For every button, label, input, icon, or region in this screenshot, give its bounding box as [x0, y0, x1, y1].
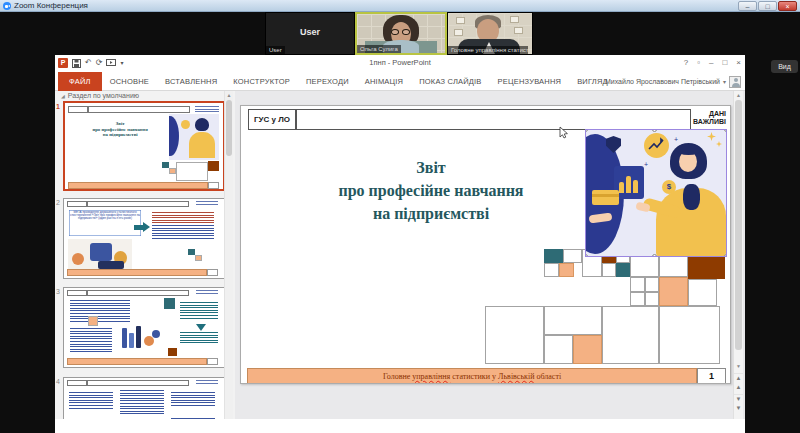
video-tile-olga[interactable]: Ольга Сулига: [355, 12, 447, 55]
thumbnail-number: 3: [56, 288, 62, 295]
bar: [633, 180, 638, 193]
previous-slide-button[interactable]: ▲▲: [734, 373, 743, 392]
mosaic-cell: [630, 277, 645, 292]
header-right-line: ВАЖЛИВІ: [686, 118, 726, 126]
account-avatar: [729, 76, 741, 88]
certificate-frame: [456, 17, 465, 24]
minimize-button[interactable]: –: [738, 1, 757, 11]
footer-text: області: [534, 372, 561, 381]
mini-header: [67, 290, 87, 296]
sparkle-icon: [716, 141, 722, 147]
slide-header-right-text[interactable]: ДАНІ ВАЖЛИВІ: [686, 110, 726, 126]
slide-title[interactable]: Звіт про професійне навчання на підприєм…: [266, 156, 596, 225]
scrollbar-thumb[interactable]: [735, 100, 742, 350]
thumbnail-number: 4: [56, 378, 62, 385]
thumbnail-slide-2[interactable]: МЕТА проведення державного статистичного…: [63, 198, 225, 279]
thumbnail-slide-1[interactable]: Звіт про професійне навчання на підприєм…: [63, 101, 225, 191]
ppt-minimize-button[interactable]: –: [709, 57, 713, 69]
tab-review[interactable]: РЕЦЕНЗУВАННЯ: [490, 72, 570, 91]
slide-illustration[interactable]: $ + +: [586, 130, 726, 256]
ribbon-tabs: ФАЙЛ ОСНОВНЕ ВСТАВЛЕННЯ КОНСТРУКТОР ПЕРЕ…: [58, 72, 616, 91]
thumbnail-scrollbar[interactable]: ▲: [224, 91, 233, 419]
slide-footer[interactable]: Головне управління статистики у Львівськ…: [247, 368, 697, 384]
selection-handle[interactable]: [652, 130, 657, 132]
selection-handle[interactable]: [724, 130, 726, 132]
help-icon[interactable]: ?: [684, 57, 688, 69]
footer-text-misspelled: Львівській: [498, 372, 534, 381]
ppt-restore-button[interactable]: □: [722, 57, 727, 69]
selection-handle[interactable]: [652, 254, 657, 256]
mini-mosaic-cell: [168, 348, 177, 356]
mosaic-cell: [485, 306, 544, 364]
thumbnail-number: 2: [56, 199, 62, 206]
zoom-camera-icon: [3, 2, 11, 10]
certificate-frame: [514, 27, 523, 34]
maximize-button[interactable]: □: [758, 1, 777, 11]
mini-header: [67, 380, 87, 386]
scroll-up-icon[interactable]: ▲: [734, 92, 743, 98]
video-tile-statistics-office[interactable]: Головне управління статистики ...: [447, 12, 533, 55]
mini-illu-shape: [144, 336, 154, 346]
thumbnail-text-placeholder: [180, 332, 218, 344]
thumbnail-text-placeholder: [120, 390, 164, 414]
next-slide-button[interactable]: ▼▼: [734, 394, 743, 413]
mini-illu-shape: [169, 116, 179, 156]
scrollbar-thumb[interactable]: [226, 100, 232, 156]
close-button[interactable]: ×: [778, 1, 797, 11]
mini-slide2-heading: МЕТА проведення державного статистичного…: [69, 210, 141, 236]
scroll-up-icon[interactable]: ▲: [225, 92, 233, 98]
slide-title-line: Звіт: [266, 156, 596, 179]
scroll-down-icon[interactable]: ▼: [734, 363, 743, 369]
thumbnail-slide-3[interactable]: [63, 287, 225, 368]
thumbnail-text-placeholder: [180, 302, 218, 320]
canvas-scrollbar[interactable]: ▲ ▼ ▲▲ ▼▼: [733, 91, 743, 419]
mini-header: [87, 290, 189, 296]
sparkle-icon: [707, 132, 716, 141]
account-area[interactable]: Михайло Ярославович Петрівський ▾: [605, 72, 741, 91]
mini-footer-bar: [67, 269, 207, 276]
tab-slideshow[interactable]: ПОКАЗ СЛАЙДІВ: [411, 72, 489, 91]
zoom-view-button[interactable]: Вид: [771, 60, 798, 73]
ribbon-options-icon[interactable]: ▫: [697, 57, 700, 69]
mini-header: [88, 106, 190, 113]
mini-footer-bar: [67, 358, 207, 365]
footer-text-misspelled: управління: [412, 372, 450, 381]
mosaic-cell: [602, 263, 616, 277]
tab-design[interactable]: КОНСТРУКТОР: [225, 72, 298, 91]
mosaic-cell: [544, 249, 563, 263]
mosaic-cell: [563, 249, 582, 263]
tab-home[interactable]: ОСНОВНЕ: [102, 72, 157, 91]
mini-illu-shape: [195, 118, 209, 131]
mini-page-number: [207, 269, 218, 276]
mini-title-line: на підприємстві: [73, 132, 167, 138]
slide-header-middle-box[interactable]: [296, 109, 691, 130]
mini-illu-shape: [152, 330, 160, 338]
ribbon-tab-row: ФАЙЛ ОСНОВНЕ ВСТАВЛЕННЯ КОНСТРУКТОР ПЕРЕ…: [55, 72, 745, 91]
tab-transitions[interactable]: ПЕРЕХОДИ: [298, 72, 357, 91]
mini-illu-shape: [72, 253, 84, 265]
slide-header-left-box[interactable]: ГУС у ЛО: [248, 109, 296, 130]
thumbnail-slide-4[interactable]: [63, 377, 225, 419]
section-label: Раздел по умолчанию: [68, 92, 139, 99]
tab-file[interactable]: ФАЙЛ: [58, 72, 102, 91]
certificate-frame: [454, 29, 463, 36]
section-header[interactable]: ◢Раздел по умолчанию: [61, 92, 139, 99]
tab-insert[interactable]: ВСТАВЛЕННЯ: [157, 72, 225, 91]
participant-name-label: Ольга Сулига: [357, 45, 401, 53]
ppt-close-button[interactable]: ×: [736, 57, 741, 69]
mini-illu-shape: [136, 326, 141, 348]
participant-name-label: Головне управління статистики ...: [448, 46, 528, 54]
slide-canvas: ГУС у ЛО ДАНІ ВАЖЛИВІ Звіт про професійн…: [235, 91, 745, 419]
tab-animations[interactable]: АНІМАЦІЯ: [357, 72, 411, 91]
mini-page-number: [207, 358, 218, 365]
selection-handle[interactable]: [586, 130, 588, 132]
selection-handle[interactable]: [724, 254, 726, 256]
mini-illustration: [116, 324, 164, 354]
footer-text: статистики у: [450, 372, 498, 381]
selection-handle[interactable]: [586, 254, 588, 256]
credit-card-icon: [592, 190, 619, 205]
glasses-icon: [402, 29, 410, 35]
slide-page-number[interactable]: 1: [697, 368, 726, 384]
mini-mosaic-cell: [88, 316, 98, 326]
video-tile-user[interactable]: User User: [265, 12, 355, 55]
